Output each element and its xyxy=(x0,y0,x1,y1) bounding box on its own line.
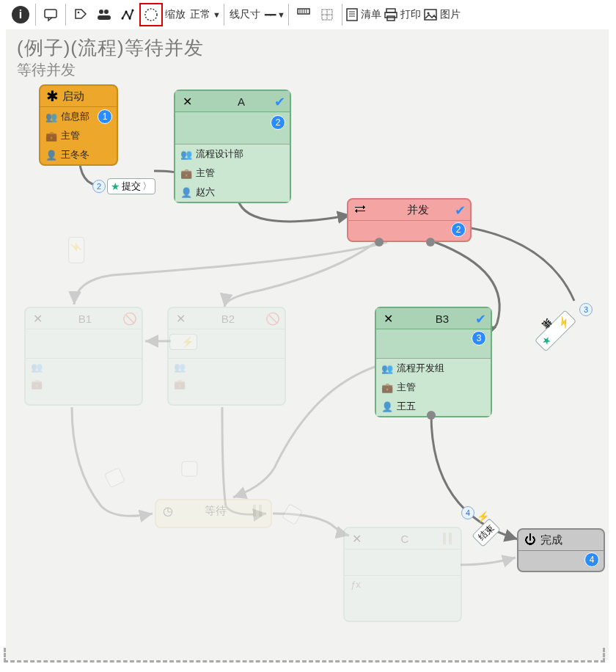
users-icon: 👥 xyxy=(45,112,58,123)
svg-rect-15 xyxy=(425,10,436,20)
row: 王冬冬 xyxy=(61,148,89,161)
comment-icon[interactable] xyxy=(39,3,62,26)
pause-icon xyxy=(443,533,456,544)
briefcase-icon: 💼 xyxy=(45,131,58,142)
ruler-icon[interactable] xyxy=(292,3,315,26)
node-c[interactable]: ✕C ƒx xyxy=(343,527,462,622)
edge-badge: 3 xyxy=(579,303,593,316)
edge-faded xyxy=(282,503,303,525)
node-b1[interactable]: ✕B1🚫 👥 💼 xyxy=(24,307,143,406)
shuffle-icon: ✕ xyxy=(173,311,188,326)
node-a[interactable]: ✕A ✔ 2 👥流程设计部 💼主管 👤赵六 xyxy=(174,90,291,203)
list-label: 清单 xyxy=(359,8,384,21)
star-icon: ★ xyxy=(111,180,120,192)
row: 流程开发组 xyxy=(397,362,444,375)
node-branch-title: 并发 xyxy=(370,203,466,217)
linesize-dropdown-icon[interactable]: ▼ xyxy=(277,10,285,19)
port xyxy=(427,411,436,420)
shuffle-icon: ✕ xyxy=(30,311,45,326)
forbidden-icon: 🚫 xyxy=(122,312,137,326)
row: 王五 xyxy=(397,400,416,413)
image-label: 图片 xyxy=(438,8,463,21)
svg-point-7 xyxy=(129,18,131,20)
edge-faded: ⚡ xyxy=(169,334,197,350)
list-icon[interactable]: 清单 xyxy=(345,3,384,26)
clock-icon: ◷ xyxy=(161,503,175,518)
edge-label: 提交 xyxy=(122,180,141,193)
bolt-icon: ⚡ xyxy=(181,336,194,348)
svg-point-6 xyxy=(125,11,128,13)
node-start[interactable]: ✱启动 👥信息部 💼主管 👤王冬冬 1 xyxy=(39,84,118,166)
star-icon: ★ xyxy=(539,332,554,348)
badge: 3 xyxy=(472,331,486,346)
shuffle-icon: ✕ xyxy=(349,531,364,546)
briefcase-icon: 💼 xyxy=(381,382,394,393)
print-label: 打印 xyxy=(398,8,423,21)
fork-icon: ⮂ xyxy=(353,202,367,217)
info-icon[interactable]: i xyxy=(12,6,29,23)
svg-rect-10 xyxy=(298,9,309,14)
badge: 1 xyxy=(98,109,112,124)
person-icon: 👤 xyxy=(381,401,394,412)
linesize-value[interactable]: ━━ xyxy=(263,9,277,21)
edge-faded xyxy=(104,467,125,488)
page-title: (例子)(流程)等待并发 xyxy=(17,35,204,61)
linesize-label: 线尺寸 xyxy=(227,8,263,21)
person-icon: 👤 xyxy=(180,187,193,198)
check-icon: ✔ xyxy=(455,202,466,219)
marquee-icon[interactable] xyxy=(139,3,163,26)
node-b2[interactable]: ✕B2🚫 👥 💼 xyxy=(167,307,286,406)
badge: 2 xyxy=(271,115,285,130)
row: 主管 xyxy=(61,129,80,142)
bolt-icon: ⚡ xyxy=(555,314,572,331)
row: 赵六 xyxy=(196,186,215,199)
row: 主管 xyxy=(397,381,416,394)
tag-icon[interactable] xyxy=(69,3,92,26)
image-icon[interactable]: 图片 xyxy=(423,3,463,26)
node-start-title: 启动 xyxy=(62,90,112,103)
zoom-dropdown-icon[interactable]: ▼ xyxy=(213,10,221,19)
node-b1-title: B1 xyxy=(48,313,122,325)
toolbar: i 缩放 正常 ▼ 线尺寸 ━━ ▼ 清单 打印 图片 xyxy=(6,0,609,29)
canvas[interactable]: i 缩放 正常 ▼ 线尺寸 ━━ ▼ 清单 打印 图片 (例子)(流程)等待并发… xyxy=(6,0,609,660)
edge-label: 结束 xyxy=(476,522,497,544)
badge: 4 xyxy=(584,552,599,567)
badge: 2 xyxy=(451,222,466,237)
briefcase-icon: 💼 xyxy=(180,168,193,179)
node-c-title: C xyxy=(367,533,443,545)
row: 信息部 xyxy=(61,110,89,123)
edge-badge: 2 xyxy=(92,180,106,193)
svg-rect-4 xyxy=(98,15,111,20)
users-icon: 👥 xyxy=(180,149,193,160)
power-icon: ⏻ xyxy=(523,533,538,547)
port xyxy=(426,238,435,246)
users-icon[interactable] xyxy=(92,3,116,26)
svg-point-2 xyxy=(99,10,103,14)
chevron-right-icon: 〉 xyxy=(142,180,152,193)
print-icon[interactable]: 打印 xyxy=(384,3,423,26)
svg-rect-0 xyxy=(45,10,56,18)
edge-end-2[interactable]: 结束 xyxy=(472,518,501,547)
shuffle-icon: ✕ xyxy=(381,311,395,326)
svg-point-1 xyxy=(78,12,80,14)
node-b3[interactable]: ✕B3 ✔ 3 👥流程开发组 💼主管 👤王五 xyxy=(375,307,492,417)
zoom-label: 缩放 xyxy=(163,8,188,21)
svg-rect-11 xyxy=(347,9,357,21)
svg-point-3 xyxy=(104,10,109,14)
pause-icon xyxy=(253,505,266,516)
node-end-title: 完成 xyxy=(540,533,599,547)
edge-end-1[interactable]: ★ 结束 ⚡ xyxy=(535,310,576,351)
node-wait[interactable]: ◷等待 xyxy=(155,499,272,528)
node-end[interactable]: ⏻完成 4 xyxy=(517,528,605,572)
zoom-value[interactable]: 正常 xyxy=(188,8,213,21)
node-a-title: A xyxy=(197,95,285,108)
path-icon[interactable] xyxy=(116,3,139,26)
node-branch[interactable]: ⮂并发 ✔ 2 xyxy=(347,198,472,242)
svg-point-9 xyxy=(145,9,157,21)
row: 流程设计部 xyxy=(196,147,243,161)
grid-icon[interactable] xyxy=(315,3,339,26)
edge-submit[interactable]: ★ 提交 〉 xyxy=(107,178,155,194)
selection-frame xyxy=(4,648,605,662)
check-icon: ✔ xyxy=(274,94,285,110)
page-subtitle: 等待并发 xyxy=(17,60,76,80)
